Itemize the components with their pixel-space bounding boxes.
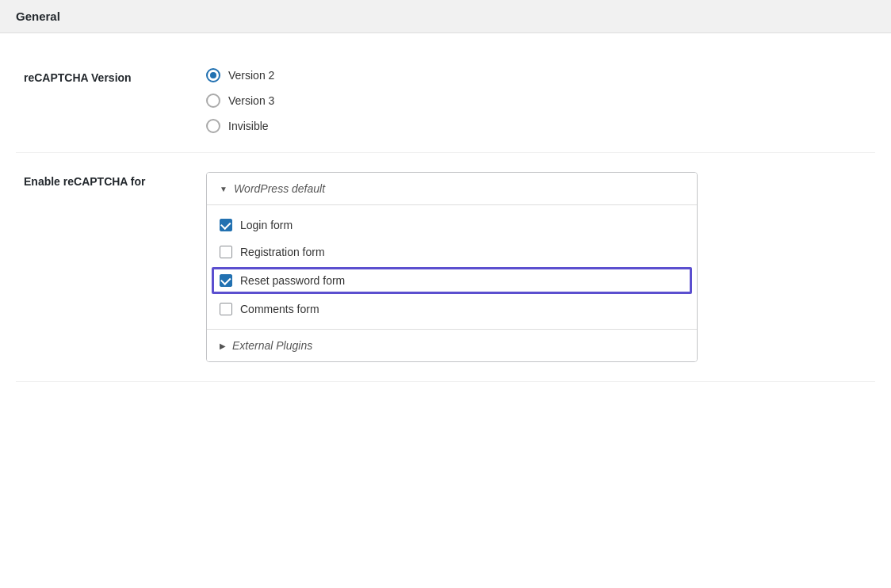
enable-recaptcha-label: Enable reCAPTCHA for (16, 172, 190, 188)
expand-arrow-icon: ▶ (220, 342, 226, 350)
recaptcha-version-row: reCAPTCHA Version Version 2 Version 3 In… (16, 49, 875, 153)
wordpress-default-header[interactable]: ▼ WordPress default (207, 173, 697, 205)
checkbox-registration (220, 246, 232, 258)
checkbox-item-login[interactable]: Login form (207, 212, 697, 239)
section-header: General (0, 0, 891, 33)
checkbox-label-registration: Registration form (240, 246, 325, 258)
checkbox-label-reset-password: Reset password form (240, 274, 345, 287)
radio-label-v3: Version 3 (228, 94, 274, 107)
checkbox-box: ▼ WordPress default Login form Registrat… (206, 172, 698, 362)
checkbox-item-comments[interactable]: Comments form (207, 296, 697, 323)
radio-item-v3[interactable]: Version 3 (206, 94, 875, 108)
settings-table: reCAPTCHA Version Version 2 Version 3 In… (0, 33, 891, 398)
checkbox-item-registration[interactable]: Registration form (207, 239, 697, 265)
checkbox-login (220, 219, 232, 231)
radio-circle-invisible (206, 119, 220, 133)
radio-item-v2[interactable]: Version 2 (206, 68, 875, 82)
radio-circle-v3 (206, 94, 220, 108)
wordpress-default-label: WordPress default (234, 182, 325, 195)
checkbox-label-login: Login form (240, 219, 293, 231)
radio-label-v2: Version 2 (228, 69, 274, 82)
checkbox-item-reset-password[interactable]: Reset password form (212, 267, 692, 294)
radio-group-version: Version 2 Version 3 Invisible (206, 68, 875, 133)
external-plugins-footer[interactable]: ▶ External Plugins (207, 329, 697, 361)
radio-circle-v2 (206, 68, 220, 82)
checkbox-comments (220, 303, 232, 315)
recaptcha-version-control: Version 2 Version 3 Invisible (190, 68, 875, 133)
enable-recaptcha-row: Enable reCAPTCHA for ▼ WordPress default… (16, 153, 875, 382)
checkbox-label-comments: Comments form (240, 303, 319, 315)
page-container: General reCAPTCHA Version Version 2 Vers… (0, 0, 891, 588)
external-plugins-label: External Plugins (232, 339, 312, 352)
checkbox-list: Login form Registration form Reset passw… (207, 205, 697, 329)
section-title: General (16, 10, 60, 23)
radio-label-invisible: Invisible (228, 120, 269, 132)
enable-recaptcha-control: ▼ WordPress default Login form Registrat… (190, 172, 875, 362)
recaptcha-version-label: reCAPTCHA Version (16, 68, 190, 84)
checkbox-reset-password (220, 274, 232, 287)
radio-item-invisible[interactable]: Invisible (206, 119, 875, 133)
collapse-arrow-icon: ▼ (220, 185, 228, 193)
